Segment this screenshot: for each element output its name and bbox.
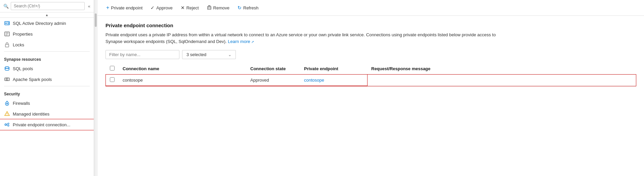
search-icon: 🔍 (3, 4, 9, 9)
table-header-row: Connection name Connection state Private… (106, 63, 636, 75)
trash-icon (207, 5, 212, 11)
scroll-up-control: ▲ (0, 12, 94, 18)
row-request-response (367, 75, 636, 86)
header-checkbox-cell (106, 63, 119, 75)
spark-icon (4, 76, 10, 82)
ad-icon (4, 20, 10, 26)
header-private-endpoint: Private endpoint (300, 63, 367, 75)
remove-button[interactable]: Remove (204, 3, 233, 13)
svg-point-10 (5, 67, 9, 69)
svg-line-22 (6, 124, 8, 124)
svg-point-19 (5, 124, 7, 126)
sidebar-item-properties[interactable]: Properties (0, 29, 94, 39)
divider-1 (4, 51, 90, 52)
description-text: Private endpoint uses a private IP addre… (105, 32, 496, 44)
sidebar-item-label-managed-identities: Managed identities (13, 112, 49, 117)
sidebar-item-label-spark-pools: Apache Spark pools (13, 77, 52, 82)
row-private-endpoint[interactable]: contosope (300, 75, 367, 86)
select-all-checkbox[interactable] (110, 66, 115, 71)
connections-table: Connection name Connection state Private… (105, 63, 636, 86)
svg-rect-24 (208, 6, 211, 9)
page-title: Private endpoint connection (105, 23, 636, 28)
svg-point-1 (5, 23, 7, 24)
row-connection-name: contosope (119, 75, 246, 86)
learn-more-link[interactable]: Learn more (228, 39, 250, 44)
check-icon: ✓ (151, 5, 155, 10)
sidebar-scrollbar[interactable] (94, 0, 97, 176)
refresh-label: Refresh (243, 5, 259, 10)
filter-name-input[interactable] (105, 50, 179, 59)
svg-line-23 (6, 125, 8, 125)
sidebar-item-spark-pools[interactable]: Apache Spark pools (0, 74, 94, 85)
reject-button[interactable]: ✕ Reject (177, 3, 202, 12)
sidebar-item-label-private-endpoint: Private endpoint connection... (13, 122, 70, 127)
sidebar-item-label-locks: Locks (13, 42, 24, 47)
filter-dropdown-label: 3 selected (186, 52, 206, 57)
external-link-icon: ➚ (251, 40, 254, 44)
chevron-down-icon: ⌄ (228, 52, 231, 57)
endpoint-icon (4, 122, 10, 128)
sidebar-item-locks[interactable]: Locks (0, 39, 94, 50)
sidebar-item-firewalls[interactable]: Firewalls (0, 98, 94, 108)
row-checkbox[interactable] (110, 77, 115, 82)
table-row: contosope Approved contosope (106, 75, 636, 86)
svg-point-21 (8, 125, 9, 126)
sidebar-wrapper: 🔍 « ▲ SQL Active Directory admin Propert… (0, 0, 97, 176)
reject-label: Reject (186, 5, 199, 10)
scroll-up-button[interactable]: ▲ (45, 13, 49, 17)
sidebar-item-label-sql-pools: SQL pools (13, 66, 33, 71)
sql-icon (4, 65, 10, 72)
sidebar-item-label-sql-ad: SQL Active Directory admin (13, 21, 66, 26)
collapse-icon[interactable]: « (88, 4, 90, 9)
filter-bar: 3 selected ⌄ (105, 50, 636, 59)
add-private-endpoint-button[interactable]: + Private endpoint (103, 3, 146, 13)
x-icon: ✕ (181, 5, 185, 10)
properties-icon (4, 31, 10, 37)
filter-dropdown[interactable]: 3 selected ⌄ (182, 50, 236, 59)
sidebar-item-label-properties: Properties (13, 32, 33, 37)
header-connection-state: Connection state (246, 63, 300, 75)
content-area: Private endpoint connection Private endp… (97, 16, 644, 176)
add-private-endpoint-label: Private endpoint (111, 5, 142, 10)
svg-rect-9 (5, 44, 9, 47)
approve-label: Approve (156, 5, 172, 10)
divider-2 (4, 86, 90, 86)
sidebar-item-sql-ad[interactable]: SQL Active Directory admin (0, 18, 94, 29)
lock-icon (4, 42, 10, 48)
refresh-button[interactable]: ↻ Refresh (234, 3, 262, 12)
scroll-thumb[interactable] (95, 13, 97, 27)
sidebar-item-label-firewalls: Firewalls (13, 101, 30, 106)
identity-icon (4, 111, 10, 117)
sidebar-item-sql-pools[interactable]: SQL pools (0, 63, 94, 74)
header-request-response: Request/Response message (367, 63, 636, 75)
svg-point-18 (7, 115, 7, 115)
search-input[interactable] (11, 2, 85, 10)
sidebar-item-managed-identities[interactable]: Managed identities (0, 108, 94, 119)
main-content: + Private endpoint ✓ Approve ✕ Reject Re… (97, 0, 644, 176)
sidebar: 🔍 « ▲ SQL Active Directory admin Propert… (0, 0, 94, 176)
plus-icon: + (106, 5, 109, 11)
refresh-icon: ↻ (238, 5, 242, 10)
section-label-security: Security (0, 88, 94, 98)
firewall-icon (4, 100, 10, 106)
sidebar-search-bar: 🔍 « (0, 0, 94, 12)
row-connection-state: Approved (246, 75, 300, 86)
page-description: Private endpoint uses a private IP addre… (105, 32, 509, 45)
section-label-synapse: Synapse resources (0, 53, 94, 63)
sidebar-item-private-endpoint[interactable]: Private endpoint connection... (0, 119, 94, 130)
header-connection-name: Connection name (119, 63, 246, 75)
svg-point-20 (8, 123, 9, 124)
remove-label: Remove (213, 5, 229, 10)
approve-button[interactable]: ✓ Approve (147, 3, 176, 12)
row-checkbox-cell (106, 75, 119, 86)
toolbar: + Private endpoint ✓ Approve ✕ Reject Re… (97, 0, 644, 16)
